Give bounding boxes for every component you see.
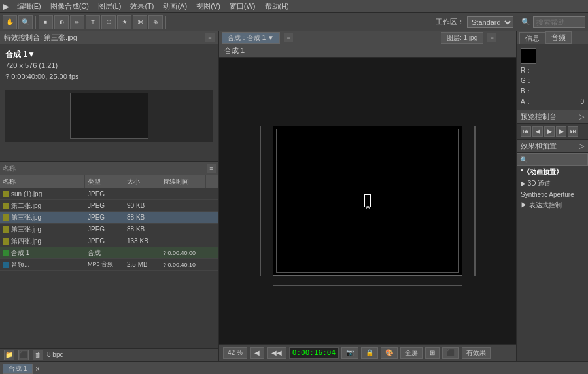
viewer-color-btn[interactable]: 🎨 <box>381 347 398 359</box>
viewer-fullscreen-btn[interactable]: 全屏 <box>400 347 423 359</box>
file-row-audio[interactable]: 音频... MP3 音频 2.5 MB ? 0:00:40:10 <box>0 259 218 271</box>
a-value: 0 <box>580 97 584 107</box>
workspace-select[interactable]: Standard <box>467 16 513 28</box>
menu-layer[interactable]: 图层(L) <box>94 1 125 12</box>
preview-expand[interactable]: ▷ <box>579 112 584 121</box>
menu-view[interactable]: 视图(V) <box>192 1 224 12</box>
file-row[interactable]: 第三张.jpg JPEG 88 KB <box>0 212 218 224</box>
viewer-effect-label[interactable]: 有效果 <box>462 347 491 359</box>
preview-step-fwd[interactable]: ▶ <box>556 126 566 137</box>
menu-window[interactable]: 窗口(W) <box>226 1 260 12</box>
effects-preset-title: 效果和预置 <box>521 141 557 151</box>
tool-1[interactable]: ■ <box>39 15 53 29</box>
workspace-text: 工作区： <box>436 17 464 27</box>
file-type-cell: JPEG <box>85 212 124 223</box>
effects-preset-header: 效果和预置 ▷ <box>517 140 588 153</box>
file-duration-cell <box>160 224 206 235</box>
effects-preset-panel: 效果和预置 ▷ *《动画预置》 ▶ 3D 通道 Synthetic Apertu… <box>517 140 588 361</box>
effects-item-label: *《动画预置》 <box>521 167 562 177</box>
effects-item-label: ▶ 3D 通道 <box>521 179 551 188</box>
search-input[interactable] <box>533 16 585 28</box>
viewer-prev-frame[interactable]: ◀ <box>250 347 264 359</box>
menu-effect[interactable]: 效果(T) <box>126 1 158 12</box>
new-folder-btn[interactable]: 📁 <box>4 350 14 360</box>
file-type-cell: MP3 音频 <box>85 259 124 270</box>
tool-3[interactable]: ✏ <box>70 15 84 29</box>
effects-item-synthetic-aperture[interactable]: Synthetic Aperture <box>517 190 588 199</box>
tool-2[interactable]: ◐ <box>54 15 69 29</box>
tool-5[interactable]: ⬡ <box>101 15 116 29</box>
file-row[interactable]: 第四张.jpg JPEG 133 KB <box>0 235 218 247</box>
tool-zoom[interactable]: 🔍 <box>18 15 33 29</box>
file-name-cell: 第三张.jpg <box>0 224 85 235</box>
viewer-camera-btn[interactable]: 📷 <box>341 347 358 359</box>
tool-8[interactable]: ⊕ <box>148 15 163 29</box>
file-size-cell: 133 KB <box>124 235 160 246</box>
guide-bottom <box>273 285 462 286</box>
delete-btn[interactable]: 🗑 <box>33 350 43 360</box>
file-size-cell <box>124 247 160 258</box>
viewer-effect-btn[interactable]: ⬛ <box>442 347 459 359</box>
tab-info[interactable]: 信息 <box>519 32 545 44</box>
file-row[interactable]: sun (1).jpg JPEG <box>0 188 218 200</box>
comp-resolution: 720 x 576 (1.21) <box>5 60 213 71</box>
preview-skip-back[interactable]: ⏮ <box>521 126 531 137</box>
viewer-grid-btn[interactable]: ⊞ <box>425 347 440 359</box>
timeline-tab-comp1[interactable]: 合成 1 <box>3 364 33 374</box>
effects-panel-menu-btn[interactable]: ≡ <box>205 33 215 42</box>
info-tab-bar: 信息 音频 <box>517 31 588 44</box>
file-list-menu-btn[interactable]: ≡ <box>207 164 216 173</box>
jpeg-icon <box>3 191 9 197</box>
effects-item-animation-presets[interactable]: *《动画预置》 <box>517 166 588 178</box>
jpeg-icon <box>3 238 9 245</box>
comp-info: 合成 1▼ 720 x 576 (1.21) ? 0:00:40:00, 25.… <box>0 44 218 86</box>
tool-6[interactable]: ★ <box>117 15 131 29</box>
effects-preset-expand[interactable]: ▷ <box>579 142 584 150</box>
comp-canvas: ⊕ <box>273 126 462 276</box>
timeline-tab-close[interactable]: × <box>35 365 39 373</box>
file-duration-cell <box>160 235 206 246</box>
effects-item-3d-channel[interactable]: ▶ 3D 通道 <box>517 178 588 190</box>
app-icon: ▶ <box>3 1 9 11</box>
tool-4[interactable]: T <box>86 15 100 29</box>
comp-tab-name: 合成 1 <box>224 46 245 56</box>
col-header-size: 大小 <box>124 175 160 188</box>
tool-7[interactable]: ⌘ <box>133 15 147 29</box>
viewer-next-frame[interactable]: ◀◀ <box>267 347 286 359</box>
jpeg-icon <box>3 226 9 233</box>
layer-tab[interactable]: 图层: 1.jpg <box>441 32 483 44</box>
comp-name-row: 合成 1 <box>219 44 516 58</box>
comp-tab-menu[interactable]: ≡ <box>284 33 293 42</box>
a-label: A： <box>521 97 532 107</box>
toolbar: ✋ 🔍 ■ ◐ ✏ T ⬡ ★ ⌘ ⊕ 工作区： Standard 🔍 <box>0 13 588 31</box>
effects-tree: *《动画预置》 ▶ 3D 通道 Synthetic Aperture ▶ 表达式… <box>517 166 588 361</box>
file-duration-cell <box>160 200 206 211</box>
file-row[interactable]: 第三张.jpg JPEG 88 KB <box>0 224 218 235</box>
file-row-composition[interactable]: 合成 1 合成 ? 0:00:40:00 <box>0 247 218 259</box>
effects-item-label: ▶ 表达式控制 <box>521 201 562 210</box>
comp-tab-composition[interactable]: 合成：合成 1 ▼ <box>222 32 280 44</box>
col-header-scroll <box>206 175 215 188</box>
audio-icon <box>3 262 9 268</box>
effects-item-expression-control[interactable]: ▶ 表达式控制 <box>517 199 588 211</box>
viewer-zoom-btn[interactable]: 42 % <box>223 347 247 359</box>
preview-play[interactable]: ▶ <box>544 126 555 137</box>
tab-audio[interactable]: 音频 <box>545 31 572 44</box>
tool-select[interactable]: ✋ <box>3 15 17 29</box>
comp-canvas-container: ⊕ <box>273 126 462 276</box>
menu-composition[interactable]: 图像合成(C) <box>46 1 93 12</box>
menu-help[interactable]: 帮助(H) <box>261 1 293 12</box>
new-comp-btn[interactable]: ⬛ <box>18 350 29 360</box>
preview-skip-fwd[interactable]: ⏭ <box>568 126 578 137</box>
layer-tab-menu[interactable]: ≡ <box>487 33 496 42</box>
file-list: sun (1).jpg JPEG 第二张.jpg JPEG 90 KB <box>0 188 218 348</box>
file-row[interactable]: 第二张.jpg JPEG 90 KB <box>0 200 218 212</box>
effects-search-input[interactable] <box>517 153 588 166</box>
menu-bar: ▶ 编辑(E) 图像合成(C) 图层(L) 效果(T) 动画(A) 视图(V) … <box>0 0 588 13</box>
menu-animation[interactable]: 动画(A) <box>159 1 191 12</box>
transform-cursor: ⊕ <box>364 194 371 207</box>
viewer-lock-btn[interactable]: 🔒 <box>361 347 378 359</box>
menu-edit[interactable]: 编辑(E) <box>13 1 45 12</box>
preview-step-back[interactable]: ◀ <box>532 126 543 137</box>
file-name-cell: 第二张.jpg <box>0 200 85 211</box>
